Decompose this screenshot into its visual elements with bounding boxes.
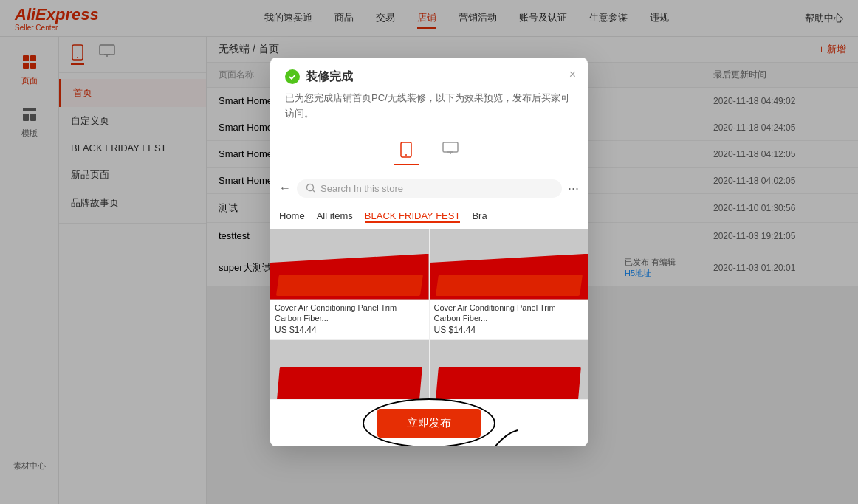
product-image-3 (270, 340, 429, 399)
product-price-2: US $14.44 (430, 325, 588, 339)
nav-home[interactable]: Home (279, 210, 305, 223)
product-image-2 (430, 229, 588, 300)
nav-all-items[interactable]: All items (317, 210, 353, 223)
product-card-2: Cover Air Conditioning Panel Trim Carbon… (430, 229, 588, 340)
back-icon[interactable]: ← (279, 182, 291, 195)
modal-title-row: 装修完成 (285, 69, 573, 85)
product-card-4 (430, 340, 588, 399)
modal-description: 已为您完成店铺首页PC/无线装修，以下为效果预览，发布后买家可访问。 (285, 91, 573, 122)
search-placeholder: Search In this store (320, 183, 403, 194)
product-title-2: Cover Air Conditioning Panel Trim Carbon… (430, 300, 588, 325)
product-card-1: Cover Air Conditioning Panel Trim Carbon… (270, 229, 429, 340)
svg-point-13 (405, 154, 407, 156)
modal-overlay: 装修完成 已为您完成店铺首页PC/无线装修，以下为效果预览，发布后买家可访问。 … (0, 0, 858, 504)
preview-navigation: Home All items BLACK FRIDAY FEST Bra (270, 204, 588, 229)
modal-desktop-tab[interactable] (436, 139, 464, 165)
more-icon[interactable]: ··· (568, 181, 579, 196)
publish-button[interactable]: 立即发布 (377, 409, 481, 438)
product-card-3 (270, 340, 429, 399)
phone-preview: ← Search In this store ··· Home All item… (270, 173, 588, 400)
modal-footer: 立即发布 (270, 399, 588, 446)
close-button[interactable]: × (569, 68, 576, 81)
modal-title: 装修完成 (306, 69, 353, 85)
modal-device-tabs (270, 131, 588, 173)
product-grid: Cover Air Conditioning Panel Trim Carbon… (270, 229, 588, 400)
product-title-1: Cover Air Conditioning Panel Trim Carbon… (270, 300, 429, 325)
nav-bra[interactable]: Bra (472, 210, 487, 223)
svg-line-18 (312, 190, 315, 192)
completion-modal: 装修完成 已为您完成店铺首页PC/无线装修，以下为效果预览，发布后买家可访问。 … (270, 58, 588, 446)
modal-mobile-tab[interactable] (394, 139, 419, 165)
preview-search-bar[interactable]: Search In this store (297, 179, 562, 198)
product-image-4 (430, 340, 588, 399)
product-price-1: US $14.44 (270, 325, 429, 339)
product-image-1 (270, 229, 429, 300)
check-icon (285, 69, 300, 84)
publish-button-wrapper: 立即发布 (377, 409, 481, 438)
svg-rect-14 (443, 142, 458, 152)
modal-preview: ← Search In this store ··· Home All item… (270, 173, 588, 400)
search-icon (306, 183, 316, 193)
modal-header: 装修完成 已为您完成店铺首页PC/无线装修，以下为效果预览，发布后买家可访问。 (270, 58, 588, 131)
arrow-annotation (473, 427, 525, 446)
svg-point-17 (307, 184, 314, 191)
nav-bff[interactable]: BLACK FRIDAY FEST (365, 210, 461, 223)
preview-toolbar: ← Search In this store ··· (270, 173, 588, 204)
